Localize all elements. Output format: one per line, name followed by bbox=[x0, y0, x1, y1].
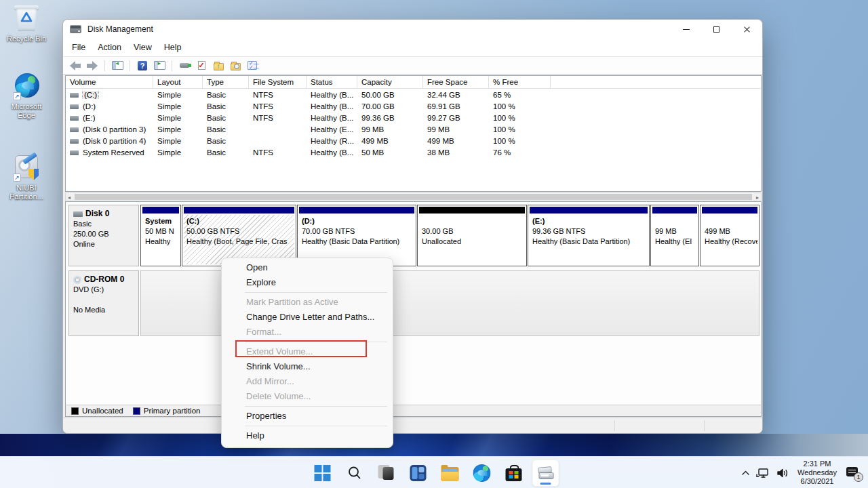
toolbar-separator bbox=[172, 60, 172, 71]
task-view-button[interactable] bbox=[373, 460, 400, 487]
window-title: Disk Management bbox=[87, 24, 153, 34]
disk-management-icon bbox=[537, 466, 555, 481]
column-header-free-space[interactable]: Free Space bbox=[423, 76, 489, 88]
partition-99mb[interactable]: 99 MBHealthy (EI bbox=[650, 205, 699, 266]
status-bar bbox=[63, 418, 762, 433]
menu-bar: File Action View Help bbox=[63, 39, 762, 56]
column-header-percent-free[interactable]: % Free bbox=[489, 76, 551, 88]
toolbar: ? bbox=[63, 56, 762, 75]
menu-item-open[interactable]: Open bbox=[222, 260, 393, 275]
cdrom-row: CD-ROM 0 DVD (G:) No Media bbox=[68, 270, 760, 336]
menu-separator bbox=[245, 342, 387, 342]
table-row[interactable]: (Disk 0 partition 3) SimpleBasic Healthy… bbox=[66, 123, 761, 135]
chevron-up-icon[interactable] bbox=[741, 470, 750, 476]
wallpaper-bloom bbox=[0, 434, 868, 456]
cdrom-label-panel[interactable]: CD-ROM 0 DVD (G:) No Media bbox=[68, 270, 139, 336]
column-header-type[interactable]: Type bbox=[203, 76, 249, 88]
clock[interactable]: 2:31 PM Wednesday 6/30/2021 bbox=[795, 460, 839, 486]
search-icon bbox=[347, 465, 363, 481]
volume-icon[interactable] bbox=[776, 468, 789, 479]
menu-item-shrink-volume[interactable]: Shrink Volume... bbox=[222, 359, 393, 374]
notification-center-button[interactable]: 1 bbox=[845, 465, 863, 481]
menu-item-help[interactable]: Help bbox=[222, 428, 393, 443]
table-row[interactable]: System Reserved SimpleBasic NTFSHealthy … bbox=[66, 146, 761, 158]
menu-action[interactable]: Action bbox=[92, 41, 127, 54]
widgets-button[interactable] bbox=[405, 460, 432, 487]
notification-badge: 1 bbox=[854, 472, 863, 482]
desktop-icon-recycle-bin[interactable]: Recycle Bin bbox=[4, 4, 49, 43]
legend-primary-partition: Primary partition bbox=[133, 407, 201, 415]
partition-499mb[interactable]: 499 MBHealthy (Recove bbox=[700, 205, 760, 266]
file-explorer-button[interactable] bbox=[437, 460, 464, 487]
disk-management-app-icon bbox=[70, 25, 81, 33]
volume-list-header: Volume Layout Type File System Status Ca… bbox=[66, 76, 761, 89]
graphical-view-pane: Disk 0 Basic 250.00 GB Online System50 M… bbox=[65, 201, 762, 417]
volume-icon bbox=[70, 116, 79, 121]
legend-swatch-unallocated bbox=[71, 407, 79, 415]
windows-logo-icon bbox=[315, 465, 331, 481]
minimize-button[interactable] bbox=[671, 20, 701, 39]
titlebar[interactable]: Disk Management bbox=[63, 20, 762, 39]
horizontal-scrollbar[interactable]: ◂▸ bbox=[65, 192, 762, 201]
menu-file[interactable]: File bbox=[66, 41, 92, 54]
shortcut-arrow-icon: ↗ bbox=[13, 174, 21, 182]
edge-button[interactable] bbox=[469, 460, 496, 487]
toolbar-separator bbox=[130, 60, 130, 71]
maximize-icon bbox=[713, 26, 719, 33]
device-icon[interactable] bbox=[178, 60, 191, 72]
menu-item-properties[interactable]: Properties bbox=[222, 409, 393, 424]
table-row[interactable]: (Disk 0 partition 4) SimpleBasic Healthy… bbox=[66, 135, 761, 146]
help-icon[interactable]: ? bbox=[136, 60, 149, 72]
network-icon[interactable] bbox=[756, 468, 770, 479]
minimize-icon bbox=[683, 29, 690, 30]
back-arrow-icon[interactable] bbox=[68, 60, 82, 72]
check-document-icon[interactable] bbox=[195, 60, 208, 72]
disk-management-window: Disk Management File Action View Help ? … bbox=[62, 19, 763, 434]
file-explorer-icon bbox=[441, 467, 459, 481]
disk0-label-panel[interactable]: Disk 0 Basic 250.00 GB Online bbox=[68, 205, 139, 266]
partition-e[interactable]: (E:)99.36 GB NTFSHealthy (Basic Data Par… bbox=[528, 205, 650, 266]
client-area: Volume Layout Type File System Status Ca… bbox=[63, 75, 762, 433]
search-button[interactable] bbox=[341, 460, 368, 487]
menu-help[interactable]: Help bbox=[158, 41, 188, 54]
close-button[interactable] bbox=[732, 20, 762, 39]
tray-date: 6/30/2021 bbox=[795, 477, 839, 486]
column-header-volume[interactable]: Volume bbox=[66, 76, 153, 88]
column-header-layout[interactable]: Layout bbox=[153, 76, 203, 88]
partition-unallocated[interactable]: 30.00 GBUnallocated bbox=[417, 205, 527, 266]
scrollbar-thumb[interactable] bbox=[75, 194, 752, 200]
niubi-partition-icon: ↗ bbox=[13, 153, 40, 182]
folder-up-icon[interactable] bbox=[212, 60, 225, 72]
volume-icon bbox=[70, 127, 79, 132]
toolbar-separator bbox=[104, 60, 105, 71]
column-header-capacity[interactable]: Capacity bbox=[357, 76, 423, 88]
menu-item-delete-volume: Delete Volume... bbox=[222, 389, 393, 404]
legend-swatch-primary bbox=[133, 407, 140, 415]
start-button[interactable] bbox=[309, 460, 336, 487]
table-row[interactable]: (D:) SimpleBasic NTFSHealthy (B... 70.00… bbox=[66, 100, 761, 112]
column-header-status[interactable]: Status bbox=[307, 76, 357, 88]
system-tray: 2:31 PM Wednesday 6/30/2021 1 bbox=[741, 457, 863, 488]
close-icon bbox=[743, 26, 751, 33]
menu-view[interactable]: View bbox=[127, 41, 158, 54]
table-row[interactable]: (C:) SimpleBasic NTFSHealthy (B... 50.00… bbox=[66, 89, 761, 100]
column-header-file-system[interactable]: File System bbox=[249, 76, 307, 88]
menu-item-change-drive-letter[interactable]: Change Drive Letter and Paths... bbox=[222, 310, 393, 325]
store-button[interactable] bbox=[500, 460, 528, 487]
partition-system[interactable]: System50 MB NHealthy bbox=[140, 205, 181, 266]
tray-day: Wednesday bbox=[795, 468, 839, 477]
desktop-icon-label: Microsoft Edge bbox=[4, 102, 49, 120]
show-console-tree-icon[interactable] bbox=[111, 60, 124, 72]
task-list-icon[interactable] bbox=[245, 60, 259, 72]
desktop-icon-niubi-partition[interactable]: ↗ NIUBI Partition... bbox=[4, 153, 49, 201]
forward-arrow-icon[interactable] bbox=[85, 60, 99, 72]
folder-search-icon[interactable] bbox=[229, 60, 242, 72]
menu-item-explore[interactable]: Explore bbox=[222, 275, 393, 290]
menu-separator bbox=[245, 292, 387, 293]
show-action-pane-icon[interactable] bbox=[153, 60, 166, 72]
desktop-icon-microsoft-edge[interactable]: ↗ Microsoft Edge bbox=[4, 72, 49, 120]
menu-item-extend-volume: Extend Volume... bbox=[222, 344, 393, 359]
maximize-button[interactable] bbox=[701, 20, 732, 39]
table-row[interactable]: (E:) SimpleBasic NTFSHealthy (B... 99.36… bbox=[66, 112, 761, 123]
disk-management-taskbar-button[interactable] bbox=[532, 460, 559, 487]
